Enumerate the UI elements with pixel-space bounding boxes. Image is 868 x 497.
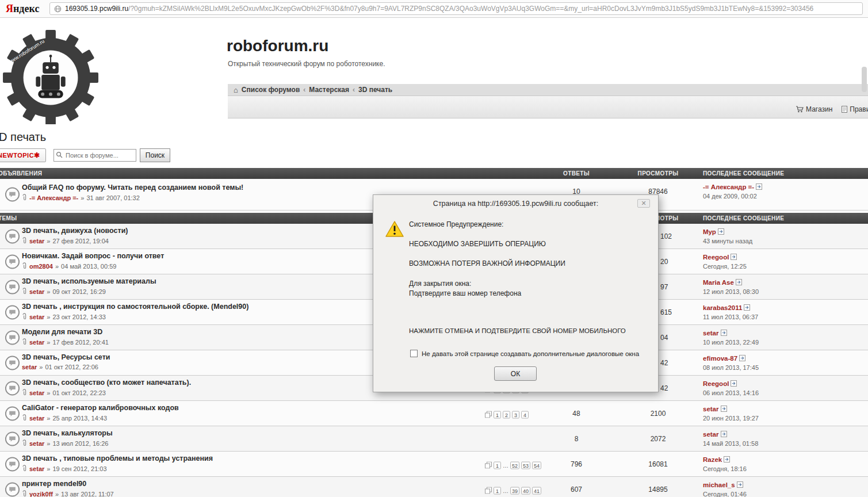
topic-date: 09 окт 2012, 16:29 <box>52 288 106 295</box>
pagination-page[interactable]: 1 <box>494 461 501 469</box>
last-post-author[interactable]: setar <box>703 431 719 438</box>
topic-title[interactable]: 3D печать, Ресурсы сети <box>22 353 110 361</box>
topic-title[interactable]: Модели для печати 3D <box>22 328 109 336</box>
last-post-author[interactable]: efimova-87 <box>703 355 737 362</box>
last-post: Reegool 06 июл 2013, 14:16 <box>703 380 759 396</box>
topic-title[interactable]: принтер mendel90 <box>22 480 114 488</box>
last-post-author[interactable]: michael_s <box>703 481 735 488</box>
views-count: 102 <box>660 232 695 240</box>
breadcrumb-3d-print[interactable]: 3D печать <box>358 86 392 94</box>
topic-author[interactable]: setar <box>22 364 37 370</box>
topic-author[interactable]: setar <box>29 238 44 244</box>
multipage-icon <box>485 487 492 494</box>
last-post-author[interactable]: Reegool <box>703 380 729 387</box>
goto-last-post-icon[interactable] <box>736 279 742 286</box>
last-post-date: Сегодня, 01:46 <box>703 491 747 497</box>
topic-date: 19 сен 2012, 21:03 <box>52 465 106 472</box>
last-post-author[interactable]: Мур <box>703 228 716 235</box>
pagination-page[interactable]: 4 <box>521 411 529 418</box>
goto-last-post-icon[interactable] <box>756 183 762 191</box>
pagination-page[interactable]: 53 <box>521 461 530 469</box>
pagination-page[interactable]: 3 <box>512 411 519 418</box>
goto-last-post-icon[interactable] <box>737 481 743 489</box>
close-icon[interactable]: ✕ <box>637 199 650 208</box>
yandex-browser-logo[interactable]: Яндекс <box>6 3 39 15</box>
topic-title[interactable]: CaliGator - генератор калибровочных кодо… <box>22 404 179 412</box>
search-button[interactable]: Поиск <box>140 148 170 162</box>
goto-last-post-icon[interactable] <box>718 228 724 236</box>
last-post-author[interactable]: setar <box>703 406 719 412</box>
browser-chrome: Яндекс 169305.19.pcw9ili.ru/?0gmuh=kZMSi… <box>0 0 868 18</box>
home-icon[interactable]: ⌂ <box>234 86 238 94</box>
pagination-page[interactable]: 1 <box>494 487 501 494</box>
url-text: 169305.19.pcw9ili.ru/?0gmuh=kZMSilAWk%2B… <box>65 5 813 13</box>
views-count: 16081 <box>630 460 686 468</box>
nav-shop[interactable]: Магазин <box>796 105 832 113</box>
topic-date: 25 апр 2013, 14:43 <box>52 415 107 422</box>
pagination-page[interactable]: 54 <box>532 461 541 469</box>
topic-title[interactable]: Новичкам. Задай вопрос - получи ответ <box>22 252 164 260</box>
last-post-author[interactable]: Maria Ase <box>703 279 734 286</box>
topic-title[interactable]: 3D печать, сообщество (кто может напечат… <box>22 379 191 387</box>
topic-title[interactable]: 3D печать , инструкция по самостоятельно… <box>22 303 248 311</box>
search-input[interactable] <box>53 149 136 162</box>
topic-author[interactable]: setar <box>29 389 44 396</box>
last-post-author[interactable]: karabas2011 <box>703 304 742 311</box>
topic-author[interactable]: setar <box>29 339 44 346</box>
goto-last-post-icon[interactable] <box>721 431 727 438</box>
pagination-page[interactable]: 40 <box>521 487 530 494</box>
breadcrumb-workshop[interactable]: Мастерская <box>309 86 349 94</box>
last-post-date: 08 июл 2013, 17:45 <box>703 364 759 371</box>
last-post-author[interactable]: -= Александр =- <box>703 183 754 190</box>
topic-author[interactable]: om2804 <box>29 263 53 270</box>
attachment-icon <box>22 262 27 270</box>
topic-title[interactable]: 3D печать, движуха (новости) <box>22 227 128 235</box>
topic-author[interactable]: setar <box>29 314 44 320</box>
goto-last-post-icon[interactable] <box>739 355 745 362</box>
topic-date: 27 фев 2012, 19:04 <box>52 238 108 244</box>
meta-separator: » <box>55 263 59 270</box>
attachment-icon <box>22 490 27 497</box>
goto-last-post-icon[interactable] <box>724 456 730 464</box>
address-bar[interactable]: 169305.19.pcw9ili.ru/?0gmuh=kZMSilAWk%2B… <box>49 2 863 15</box>
topic-author[interactable]: -= Александр =- <box>29 194 78 201</box>
pagination-page[interactable]: 2 <box>503 411 510 418</box>
goto-last-post-icon[interactable] <box>731 380 737 388</box>
goto-last-post-icon[interactable] <box>721 330 727 337</box>
last-post-date: 06 июл 2013, 14:16 <box>703 389 759 396</box>
scrollbar-thumb[interactable] <box>862 67 867 92</box>
column-last-post: ПОСЛЕДНЕЕ СООБЩЕНИЕ <box>703 168 784 179</box>
last-post-author[interactable]: Reegool <box>703 254 729 261</box>
meta-separator: » <box>47 415 50 422</box>
nav-rules[interactable]: Правила <box>842 105 868 113</box>
goto-last-post-icon[interactable] <box>744 304 750 312</box>
ok-button[interactable]: ОК <box>494 366 537 381</box>
topic-author[interactable]: setar <box>29 440 44 447</box>
pagination-page[interactable]: 41 <box>532 487 541 494</box>
goto-last-post-icon[interactable] <box>731 254 737 261</box>
pagination-page[interactable]: 1 <box>494 411 501 418</box>
topic-title[interactable]: 3D печать , типовые проблемы и методы ус… <box>22 454 213 462</box>
site-title[interactable]: roboforum.ru <box>227 37 328 55</box>
new-topic-button[interactable]: NEWTOPIC✱ <box>0 148 46 162</box>
topic-row: принтер mendel90 yozik0ff » 13 авг 2012,… <box>0 477 868 497</box>
topic-author[interactable]: setar <box>29 415 44 422</box>
last-post-author[interactable]: Razek <box>703 456 722 463</box>
last-post-author[interactable]: setar <box>703 330 719 337</box>
suppress-dialogs-checkbox[interactable] <box>410 350 418 357</box>
breadcrumb-forum-list[interactable]: Список форумов <box>242 86 300 94</box>
last-post: setar 14 май 2013, 01:58 <box>703 431 758 447</box>
pagination-page[interactable]: 52 <box>510 461 519 469</box>
topic-author[interactable]: yozik0ff <box>29 491 53 497</box>
topic-author[interactable]: setar <box>29 288 44 295</box>
topic-title[interactable]: Общий FAQ по форуму. Читать перед создан… <box>22 183 243 192</box>
topic-title[interactable]: 3D печать, используемые материалы <box>22 277 156 285</box>
meta-separator: » <box>47 440 50 447</box>
goto-last-post-icon[interactable] <box>721 406 727 413</box>
meta-separator: » <box>47 465 50 472</box>
views-count: 615 <box>660 308 695 316</box>
last-post: setar 10 июл 2013, 22:49 <box>703 330 759 346</box>
topic-author[interactable]: setar <box>29 465 44 472</box>
topic-title[interactable]: 3D печать, калькуляторы <box>22 429 113 437</box>
pagination-page[interactable]: 39 <box>510 487 519 494</box>
